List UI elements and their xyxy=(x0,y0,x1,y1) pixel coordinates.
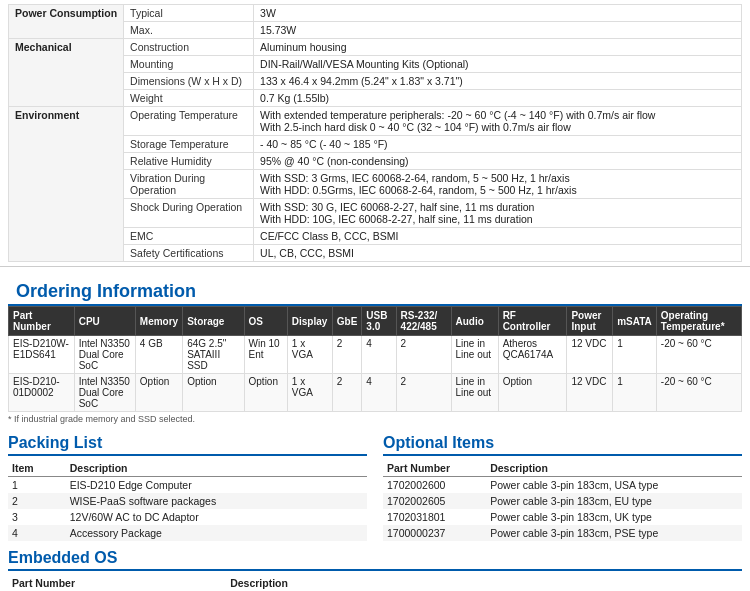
spec-sub: Typical xyxy=(124,5,254,22)
two-col-section: Packing List ItemDescription 1EIS-D210 E… xyxy=(0,430,750,545)
spec-value: - 40 ~ 85 °C (- 40 ~ 185 °F) xyxy=(254,136,742,153)
embedded-section: Embedded OS Part NumberDescription 20706… xyxy=(0,545,750,591)
table-cell: EIS-D210W-E1DS641 xyxy=(9,336,75,374)
ordering-section: Ordering Information Part NumberCPUMemor… xyxy=(0,267,750,430)
ordering-col-header: Storage xyxy=(183,307,244,336)
table-row: EIS-D210W-E1DS641Intel N3350 Dual Core S… xyxy=(9,336,742,374)
spec-value: DIN-Rail/Wall/VESA Mounting Kits (Option… xyxy=(254,56,742,73)
packing-cell: EIS-D210 Edge Computer xyxy=(66,477,367,494)
table-cell: -20 ~ 60 °C xyxy=(656,336,741,374)
spec-value: With SSD: 30 G, IEC 60068-2-27, half sin… xyxy=(254,199,742,228)
list-item: 1EIS-D210 Edge Computer xyxy=(8,477,367,494)
table-cell: 1 xyxy=(613,374,657,412)
optional-col: Optional Items Part NumberDescription 17… xyxy=(383,434,742,541)
spec-sub: Dimensions (W x H x D) xyxy=(124,73,254,90)
packing-cell: 3 xyxy=(8,509,66,525)
table-cell: Intel N3350 Dual Core SoC xyxy=(74,374,135,412)
spec-sub: Max. xyxy=(124,22,254,39)
table-cell: Option xyxy=(183,374,244,412)
table-cell: 1 x VGA xyxy=(287,374,332,412)
optional-col-header: Description xyxy=(486,460,742,477)
table-cell: 2 xyxy=(396,336,451,374)
spec-value: 15.73W xyxy=(254,22,742,39)
embedded-col-header: Part Number xyxy=(8,575,226,591)
ordering-col-header: GbE xyxy=(332,307,362,336)
table-cell: Option xyxy=(135,374,182,412)
spec-category: Environment xyxy=(9,107,124,262)
spec-sub: Mounting xyxy=(124,56,254,73)
ordering-col-header: CPU xyxy=(74,307,135,336)
ordering-col-header: Operating Temperature* xyxy=(656,307,741,336)
table-cell: 1 xyxy=(613,336,657,374)
spec-category: Mechanical xyxy=(9,39,124,107)
spec-sub: Weight xyxy=(124,90,254,107)
specs-table: Power ConsumptionTypical3WMax.15.73WMech… xyxy=(8,4,742,262)
optional-cell: Power cable 3-pin 183cm, UK type xyxy=(486,509,742,525)
spec-value: 133 x 46.4 x 94.2mm (5.24" x 1.83" x 3.7… xyxy=(254,73,742,90)
table-cell: Option xyxy=(244,374,287,412)
spec-sub: Relative Humidity xyxy=(124,153,254,170)
table-cell: EIS-D210-01D0002 xyxy=(9,374,75,412)
table-cell: -20 ~ 60 °C xyxy=(656,374,741,412)
spec-sub: Shock During Operation xyxy=(124,199,254,228)
spec-value: CE/FCC Class B, CCC, BSMI xyxy=(254,228,742,245)
spec-category: Power Consumption xyxy=(9,5,124,39)
packing-cell: 4 xyxy=(8,525,66,541)
optional-cell: Power cable 3-pin 183cm, PSE type xyxy=(486,525,742,541)
list-item: 4Accessory Package xyxy=(8,525,367,541)
table-cell: Win 10 Ent xyxy=(244,336,287,374)
table-cell: 4 xyxy=(362,336,396,374)
packing-heading: Packing List xyxy=(8,434,367,456)
table-cell: 2 xyxy=(332,374,362,412)
table-cell: 12 VDC xyxy=(567,374,613,412)
table-cell: 12 VDC xyxy=(567,336,613,374)
packing-col-header: Description xyxy=(66,460,367,477)
embedded-col-header: Description xyxy=(226,575,742,591)
spec-value: With SSD: 3 Grms, IEC 60068-2-64, random… xyxy=(254,170,742,199)
spec-value: UL, CB, CCC, BSMI xyxy=(254,245,742,262)
list-item: 1702031801Power cable 3-pin 183cm, UK ty… xyxy=(383,509,742,525)
spec-value: With extended temperature peripherals: -… xyxy=(254,107,742,136)
spec-sub: Construction xyxy=(124,39,254,56)
ordering-table: Part NumberCPUMemoryStorageOSDisplayGbEU… xyxy=(8,306,742,412)
list-item: 1700000237Power cable 3-pin 183cm, PSE t… xyxy=(383,525,742,541)
ordering-heading: Ordering Information xyxy=(8,275,742,306)
packing-table: ItemDescription 1EIS-D210 Edge Computer2… xyxy=(8,460,367,541)
packing-col-header: Item xyxy=(8,460,66,477)
table-cell: 64G 2.5" SATAIII SSD xyxy=(183,336,244,374)
list-item: 2WISE-PaaS software packages xyxy=(8,493,367,509)
spec-sub: Storage Temperature xyxy=(124,136,254,153)
optional-cell: 1702031801 xyxy=(383,509,486,525)
ordering-footnote: * If industrial grade memory and SSD sel… xyxy=(8,412,742,426)
table-row: EIS-D210-01D0002Intel N3350 Dual Core So… xyxy=(9,374,742,412)
table-cell: 4 xyxy=(362,374,396,412)
ordering-col-header: OS xyxy=(244,307,287,336)
ordering-col-header: RF Controller xyxy=(498,307,567,336)
optional-cell: Power cable 3-pin 183cm, EU type xyxy=(486,493,742,509)
packing-cell: 12V/60W AC to DC Adaptor xyxy=(66,509,367,525)
optional-cell: 1702002605 xyxy=(383,493,486,509)
packing-cell: 2 xyxy=(8,493,66,509)
packing-cell: Accessory Package xyxy=(66,525,367,541)
spec-sub: Safety Certifications xyxy=(124,245,254,262)
optional-cell: 1700000237 xyxy=(383,525,486,541)
optional-cell: 1702002600 xyxy=(383,477,486,494)
table-cell: 2 xyxy=(396,374,451,412)
optional-heading: Optional Items xyxy=(383,434,742,456)
spec-value: 3W xyxy=(254,5,742,22)
spec-sub: EMC xyxy=(124,228,254,245)
table-cell: Atheros QCA6174A xyxy=(498,336,567,374)
embedded-heading: Embedded OS xyxy=(8,549,742,571)
table-cell: Intel N3350 Dual Core SoC xyxy=(74,336,135,374)
embedded-table: Part NumberDescription 20706U20DS0023Ubu… xyxy=(8,575,742,591)
spec-sub: Operating Temperature xyxy=(124,107,254,136)
ordering-col-header: USB 3.0 xyxy=(362,307,396,336)
ordering-col-header: mSATA xyxy=(613,307,657,336)
optional-col-header: Part Number xyxy=(383,460,486,477)
packing-cell: 1 xyxy=(8,477,66,494)
spec-value: 95% @ 40 °C (non-condensing) xyxy=(254,153,742,170)
optional-table: Part NumberDescription 1702002600Power c… xyxy=(383,460,742,541)
optional-cell: Power cable 3-pin 183cm, USA type xyxy=(486,477,742,494)
list-item: 1702002605Power cable 3-pin 183cm, EU ty… xyxy=(383,493,742,509)
packing-col: Packing List ItemDescription 1EIS-D210 E… xyxy=(8,434,383,541)
